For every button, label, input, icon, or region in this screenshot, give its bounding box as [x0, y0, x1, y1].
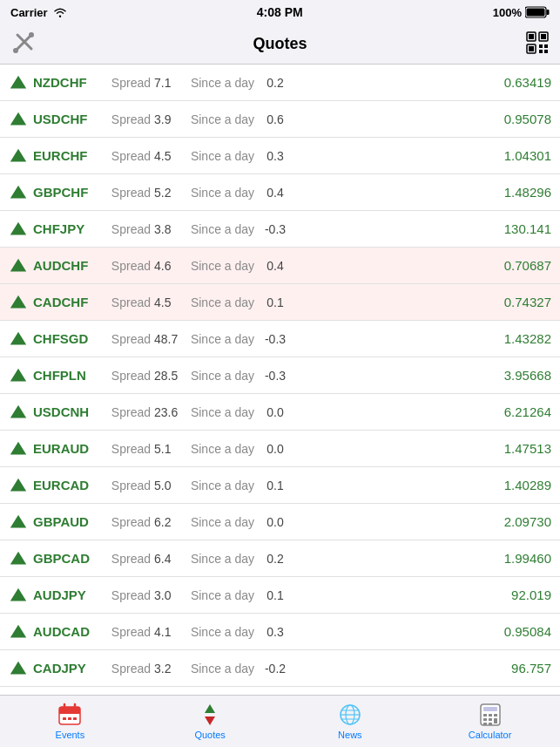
table-row[interactable]: GBPAUD Spread 6.2 Since a day 0.0 2.0973…: [0, 504, 560, 540]
svg-marker-30: [10, 551, 26, 564]
table-row[interactable]: AUDCHF Spread 4.6 Since a day 0.4 0.7068…: [0, 248, 560, 284]
table-row[interactable]: GBPCAD Spread 6.4 Since a day 0.2 1.9946…: [0, 540, 560, 577]
svg-marker-32: [10, 624, 26, 637]
table-row[interactable]: AUDCAD Spread 4.1 Since a day 0.3 0.9508…: [0, 614, 560, 650]
up-arrow-icon: [9, 586, 28, 605]
since-label: Since a day: [186, 76, 260, 90]
table-row[interactable]: USDCHF Spread 3.9 Since a day 0.6 0.9507…: [0, 101, 560, 138]
spread-label: Spread: [103, 405, 151, 419]
up-arrow-icon: [9, 146, 28, 166]
svg-marker-17: [10, 75, 26, 88]
table-row[interactable]: GBPCHF Spread 5.2 Since a day 0.4 1.4829…: [0, 174, 560, 211]
price-value: 130.141: [291, 221, 551, 236]
table-row[interactable]: EURAUD Spread 5.1 Since a day 0.0 1.4751…: [0, 431, 560, 467]
table-row[interactable]: CHFJPY Spread 3.8 Since a day -0.3 130.1…: [0, 211, 560, 248]
svg-marker-20: [10, 185, 26, 198]
table-row[interactable]: USDCNH Spread 23.6 Since a day 0.0 6.212…: [0, 394, 560, 431]
price-value: 0.74327: [291, 295, 551, 309]
svg-rect-13: [539, 44, 543, 48]
symbol-label: USDCNH: [33, 404, 103, 419]
since-label: Since a day: [186, 588, 260, 602]
tab-quotes-label: Quotes: [194, 730, 225, 740]
svg-rect-59: [489, 723, 492, 725]
tab-calculator-label: Calculator: [469, 730, 512, 740]
up-arrow-icon: [9, 659, 28, 678]
since-label: Since a day: [186, 259, 260, 273]
tab-events[interactable]: Events: [0, 696, 140, 747]
up-arrow-icon: [9, 73, 28, 92]
spread-value: 3.0: [151, 588, 186, 602]
price-value: 1.47513: [291, 441, 551, 456]
symbol-label: AUDJPY: [33, 587, 103, 602]
svg-rect-51: [483, 707, 497, 711]
symbol-label: AUDCHF: [33, 258, 103, 273]
price-value: 0.95078: [291, 112, 551, 126]
since-label: Since a day: [186, 515, 260, 529]
spread-label: Spread: [103, 149, 151, 163]
since-label: Since a day: [186, 405, 260, 419]
since-label: Since a day: [186, 149, 260, 163]
since-value: 0.1: [260, 295, 291, 309]
table-row[interactable]: NZDCHF Spread 7.1 Since a day 0.2 0.6341…: [0, 65, 560, 101]
symbol-label: USDCHF: [33, 112, 103, 126]
since-value: -0.2: [260, 662, 291, 676]
svg-rect-15: [539, 50, 543, 53]
calculator-icon: [478, 703, 503, 727]
spread-value: 4.5: [151, 149, 186, 163]
spread-label: Spread: [103, 588, 151, 602]
up-arrow-icon: [9, 513, 28, 532]
spread-label: Spread: [103, 515, 151, 529]
spread-label: Spread: [103, 295, 151, 309]
table-row[interactable]: EURCAD Spread 5.0 Since a day 0.1 1.4028…: [0, 467, 560, 504]
svg-rect-8: [529, 34, 534, 39]
up-arrow-icon: [9, 622, 28, 642]
tab-calculator[interactable]: Calculator: [420, 696, 560, 747]
tab-news[interactable]: News: [280, 696, 421, 747]
symbol-label: EURCAD: [33, 478, 103, 492]
nav-tools-button[interactable]: [10, 30, 37, 59]
svg-rect-1: [547, 10, 550, 15]
svg-rect-56: [489, 718, 492, 721]
symbol-label: AUDCAD: [33, 624, 103, 639]
table-row[interactable]: CHFSGD Spread 48.7 Since a day -0.3 1.43…: [0, 321, 560, 357]
since-value: 0.0: [260, 442, 291, 456]
price-value: 0.63419: [291, 75, 551, 90]
battery-label: 100%: [493, 6, 522, 19]
spread-value: 28.5: [151, 369, 186, 383]
svg-marker-43: [205, 704, 215, 713]
tab-bar: Events Quotes News: [0, 695, 560, 747]
svg-rect-58: [483, 723, 487, 725]
svg-rect-41: [68, 717, 71, 720]
svg-marker-29: [10, 514, 26, 527]
quotes-table: NZDCHF Spread 7.1 Since a day 0.2 0.6341…: [0, 65, 560, 723]
tab-quotes[interactable]: Quotes: [140, 696, 280, 747]
wifi-icon: [53, 7, 67, 17]
status-left: Carrier: [10, 6, 67, 19]
spread-label: Spread: [103, 259, 151, 273]
spread-value: 5.0: [151, 479, 186, 492]
table-row[interactable]: EURCHF Spread 4.5 Since a day 0.3 1.0430…: [0, 138, 560, 174]
since-label: Since a day: [186, 442, 260, 456]
svg-marker-24: [10, 331, 26, 344]
table-row[interactable]: CADJPY Spread 3.2 Since a day -0.2 96.75…: [0, 650, 560, 687]
since-value: 0.0: [260, 515, 291, 529]
up-arrow-icon: [9, 183, 28, 202]
table-row[interactable]: CHFPLN Spread 28.5 Since a day -0.3 3.95…: [0, 357, 560, 394]
spread-label: Spread: [103, 76, 151, 90]
svg-marker-26: [10, 404, 26, 418]
svg-rect-57: [494, 718, 497, 723]
svg-marker-27: [10, 441, 26, 454]
table-row[interactable]: CADCHF Spread 4.5 Since a day 0.1 0.7432…: [0, 284, 560, 321]
spread-label: Spread: [103, 222, 151, 236]
svg-rect-10: [541, 34, 546, 39]
spread-label: Spread: [103, 552, 151, 566]
since-label: Since a day: [186, 552, 260, 566]
spread-label: Spread: [103, 332, 151, 346]
svg-rect-53: [489, 714, 492, 716]
svg-marker-21: [10, 221, 26, 234]
nav-qr-button[interactable]: [525, 31, 550, 58]
table-row[interactable]: AUDJPY Spread 3.0 Since a day 0.1 92.019: [0, 577, 560, 614]
price-value: 1.99460: [291, 551, 551, 566]
spread-value: 5.1: [151, 442, 186, 456]
price-value: 1.48296: [291, 185, 551, 200]
